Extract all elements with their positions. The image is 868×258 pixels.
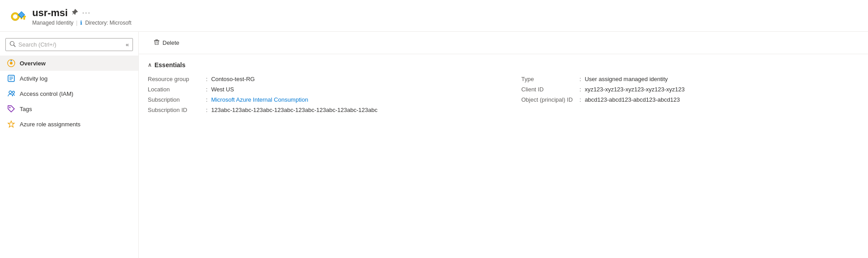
field-value-location: West US: [211, 86, 234, 93]
field-object-id: Object (principal) ID : abcd123-abcd123-…: [522, 96, 859, 103]
sidebar-item-overview[interactable]: Overview: [0, 56, 138, 71]
field-label-subscription-id: Subscription ID: [148, 107, 206, 113]
search-box[interactable]: «: [5, 38, 133, 51]
subtitle-directory: Directory: Microsoft: [85, 20, 131, 26]
content-area: Delete ∧ Essentials Resource group : Con…: [139, 32, 868, 258]
field-value-subscription[interactable]: Microsoft Azure Internal Consumption: [211, 96, 308, 103]
svg-point-17: [13, 91, 15, 94]
sidebar-item-tags[interactable]: Tags: [0, 101, 138, 116]
more-options-icon[interactable]: ···: [82, 9, 90, 17]
resource-icon: [9, 8, 27, 26]
field-label-location: Location: [148, 86, 206, 93]
info-icon: ℹ: [80, 20, 82, 26]
svg-marker-19: [8, 121, 14, 127]
field-label-type: Type: [522, 76, 580, 82]
page-header: usr-msi ··· Managed Identity | ℹ Directo…: [0, 0, 868, 32]
field-subscription: Subscription : Microsoft Azure Internal …: [148, 96, 504, 103]
essentials-left: Resource group : Contoso-test-RG Locatio…: [148, 76, 504, 113]
field-resource-group: Resource group : Contoso-test-RG: [148, 76, 504, 82]
field-label-resource-group: Resource group: [148, 76, 206, 82]
essentials-label: Essentials: [154, 61, 185, 69]
overview-icon: [7, 59, 15, 67]
field-value-object-id: abcd123-abcd123-abcd123-abcd123: [585, 96, 680, 103]
essentials-grid: Resource group : Contoso-test-RG Locatio…: [148, 76, 859, 113]
field-type: Type : User assigned managed identity: [522, 76, 859, 82]
sidebar-item-label-access-control: Access control (IAM): [20, 90, 73, 97]
delete-icon: [154, 39, 160, 47]
chevron-up-icon: ∧: [148, 62, 152, 68]
role-assignments-icon: [7, 120, 15, 128]
svg-point-10: [10, 62, 13, 64]
sidebar-item-label-role-assignments: Azure role assignments: [20, 121, 81, 128]
sidebar-item-activity-log[interactable]: Activity log: [0, 71, 138, 86]
field-label-object-id: Object (principal) ID: [522, 96, 580, 103]
svg-rect-21: [155, 39, 158, 40]
toolbar: Delete: [139, 32, 868, 54]
field-client-id: Client ID : xyz123-xyz123-xyz123-xyz123-…: [522, 86, 859, 93]
pin-icon[interactable]: [71, 9, 78, 17]
subtitle-type: Managed Identity: [32, 20, 73, 26]
field-value-client-id: xyz123-xyz123-xyz123-xyz123-xyz123: [585, 86, 684, 93]
header-title-area: usr-msi ··· Managed Identity | ℹ Directo…: [32, 7, 132, 26]
search-container: «: [0, 35, 138, 56]
field-label-subscription: Subscription: [148, 96, 206, 103]
iam-icon: [7, 90, 15, 98]
resource-name: usr-msi: [32, 7, 68, 19]
svg-point-16: [9, 91, 12, 94]
svg-point-18: [9, 107, 11, 108]
svg-point-1: [13, 14, 17, 19]
sidebar-item-label-tags: Tags: [20, 106, 32, 112]
sidebar-item-access-control[interactable]: Access control (IAM): [0, 86, 138, 101]
sidebar-item-label-overview: Overview: [20, 60, 46, 67]
field-subscription-id: Subscription ID : 123abc-123abc-123abc-1…: [148, 107, 504, 113]
sidebar-item-label-activity-log: Activity log: [20, 75, 47, 82]
svg-rect-3: [23, 17, 25, 20]
field-location: Location : West US: [148, 86, 504, 93]
essentials-header[interactable]: ∧ Essentials: [148, 61, 859, 69]
sidebar-item-role-assignments[interactable]: Azure role assignments: [0, 116, 138, 132]
delete-button[interactable]: Delete: [148, 36, 185, 49]
svg-line-8: [14, 45, 16, 47]
field-value-subscription-id: 123abc-123abc-123abc-123abc-123abc-123ab…: [211, 107, 378, 113]
essentials-section: ∧ Essentials Resource group : Contoso-te…: [139, 54, 868, 120]
search-input[interactable]: [18, 41, 122, 48]
sidebar: « Overview: [0, 32, 139, 258]
field-label-client-id: Client ID: [522, 86, 580, 93]
tags-icon: [7, 105, 15, 113]
essentials-right: Type : User assigned managed identity Cl…: [504, 76, 859, 113]
search-icon: [9, 41, 16, 48]
delete-label: Delete: [162, 39, 180, 46]
field-value-type: User assigned managed identity: [585, 76, 668, 82]
field-value-resource-group: Contoso-test-RG: [211, 76, 255, 82]
activity-log-icon: [7, 74, 15, 82]
collapse-button[interactable]: «: [126, 41, 129, 48]
